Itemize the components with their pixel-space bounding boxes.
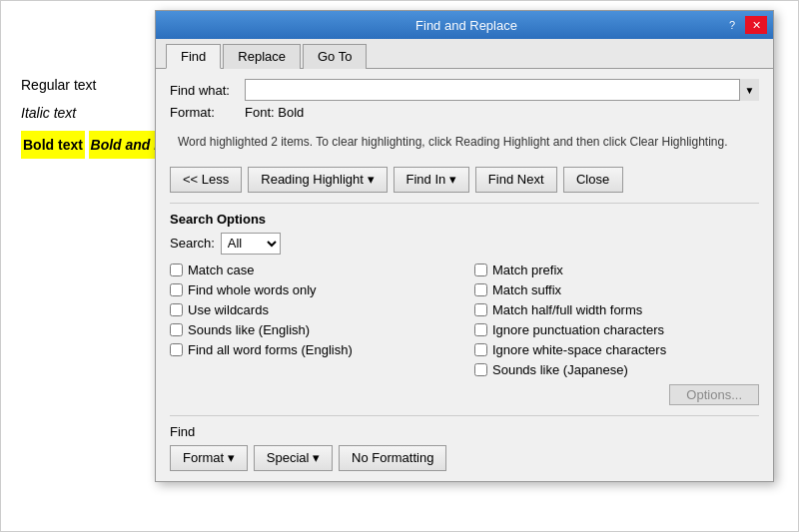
search-label: Search: [170,236,215,251]
find-input-wrap: ▼ [245,79,759,101]
reading-highlight-button[interactable]: Reading Highlight ▾ [248,167,387,193]
check-match-half-full[interactable]: Match half/full width forms [474,302,759,317]
special-button[interactable]: Special ▾ [254,445,333,471]
format-value: Font: Bold [245,105,304,120]
checkbox-match-half-full[interactable] [474,303,487,316]
check-sounds-like-japanese[interactable]: Sounds like (Japanese) [474,362,759,377]
dialog-title-bar: Find and Replace ? ✕ [156,11,773,39]
checkbox-find-all-word-forms[interactable] [170,343,183,356]
find-bottom-buttons: Format ▾ Special ▾ No Formatting [170,445,759,471]
checkbox-use-wildcards[interactable] [170,303,183,316]
dialog-close-button[interactable]: ✕ [745,16,767,34]
checkbox-match-suffix[interactable] [474,283,487,296]
search-options-label: Search Options [170,212,759,227]
find-what-dropdown-btn[interactable]: ▼ [739,79,759,101]
no-formatting-button[interactable]: No Formatting [339,445,446,471]
check-ignore-whitespace-label: Ignore white-space characters [492,342,666,357]
check-ignore-punctuation[interactable]: Ignore punctuation characters [474,322,759,337]
find-what-input[interactable] [245,79,759,101]
checkbox-find-whole-words[interactable] [170,283,183,296]
info-message: Word highlighted 2 items. To clear highl… [170,128,759,157]
check-match-half-full-label: Match half/full width forms [492,302,642,317]
find-what-row: Find what: ▼ [170,79,759,101]
doc-line-3: Bold text [21,131,85,159]
find-next-button[interactable]: Find Next [475,167,557,193]
checkbox-sounds-like-english[interactable] [170,323,183,336]
divider-1 [170,203,759,204]
check-sounds-like-japanese-label: Sounds like (Japanese) [492,362,628,377]
find-replace-dialog: Find and Replace ? ✕ Find Replace Go To … [155,10,774,482]
tab-goto[interactable]: Go To [303,44,367,69]
checkboxes-left: Match case Find whole words only Use wil… [170,263,454,409]
tab-find[interactable]: Find [166,44,221,69]
check-sounds-like-english[interactable]: Sounds like (English) [170,322,454,337]
dialog-body: Find what: ▼ Format: Font: Bold Word hig… [156,69,773,481]
title-bar-controls: ? ✕ [721,16,767,34]
checkboxes-wrap: Match case Find whole words only Use wil… [170,263,759,409]
check-match-suffix[interactable]: Match suffix [474,282,759,297]
format-row: Format: Font: Bold [170,105,759,120]
find-what-label: Find what: [170,83,245,98]
help-button[interactable]: ? [721,16,743,34]
dialog-tabs: Find Replace Go To [156,39,773,69]
check-match-suffix-label: Match suffix [492,282,561,297]
main-button-row: << Less Reading Highlight ▾ Find In ▾ Fi… [170,167,759,193]
checkbox-match-prefix[interactable] [474,264,487,276]
check-use-wildcards[interactable]: Use wildcards [170,302,454,317]
checkbox-sounds-like-japanese[interactable] [474,363,487,376]
find-section-label: Find [170,424,759,439]
check-match-case-label: Match case [188,263,254,277]
less-button[interactable]: << Less [170,167,242,193]
format-label: Format: [170,105,245,120]
check-find-whole-words[interactable]: Find whole words only [170,282,454,297]
check-match-prefix[interactable]: Match prefix [474,263,759,277]
checkboxes-right: Match prefix Match suffix Match half/ful… [474,263,759,409]
check-ignore-whitespace[interactable]: Ignore white-space characters [474,342,759,357]
options-button[interactable]: Options... [669,384,759,405]
search-row: Search: All Up Down [170,233,759,255]
check-match-prefix-label: Match prefix [492,263,563,277]
checkbox-ignore-punctuation[interactable] [474,323,487,336]
check-sounds-like-english-label: Sounds like (English) [188,322,310,337]
tab-replace[interactable]: Replace [223,44,301,69]
format-button[interactable]: Format ▾ [170,445,248,471]
check-match-case[interactable]: Match case [170,263,454,277]
checkbox-ignore-whitespace[interactable] [474,343,487,356]
dialog-title: Find and Replace [212,18,721,33]
check-find-whole-words-label: Find whole words only [188,282,317,297]
checkbox-match-case[interactable] [170,264,183,276]
find-section: Find Format ▾ Special ▾ No Formatting [170,415,759,471]
search-select[interactable]: All Up Down [221,233,281,255]
close-dialog-button[interactable]: Close [563,167,623,193]
find-in-button[interactable]: Find In ▾ [394,167,469,193]
options-btn-wrap: Options... [474,384,759,405]
check-ignore-punctuation-label: Ignore punctuation characters [492,322,664,337]
check-use-wildcards-label: Use wildcards [188,302,269,317]
check-find-all-word-forms[interactable]: Find all word forms (English) [170,342,454,357]
check-find-all-word-forms-label: Find all word forms (English) [188,342,353,357]
